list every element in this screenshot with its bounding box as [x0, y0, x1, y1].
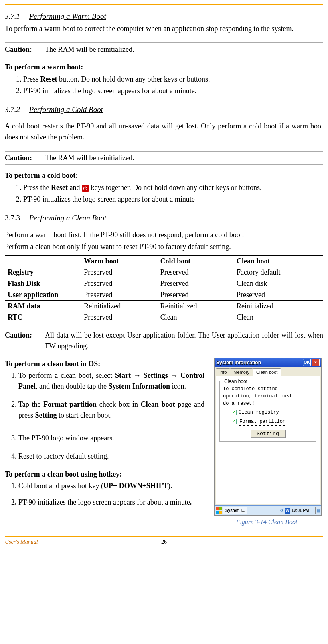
taskbar: System I... ⟳ W 12:01 PM 1 ▦ [215, 505, 321, 515]
sec-title: Performing a Clean Boot [29, 214, 107, 222]
warm-boot-steps: Press Reset button. Do not hold down any… [5, 73, 323, 97]
clean-hotkey-head: To perform a clean boot using hotkey: [5, 469, 204, 480]
sec-num: 3.7.2 [5, 105, 20, 114]
checkbox-label: Clean registry [239, 409, 279, 416]
caution-text: The RAM will be reinitialized. [45, 153, 323, 163]
warm-boot-procedure-head: To perform a warm boot: [5, 62, 323, 73]
ok-button[interactable]: OK [303, 359, 311, 366]
caution-clean-boot: Caution: All data will be lost except Us… [5, 328, 323, 353]
caution-text: All data will be lost except User applic… [45, 330, 323, 352]
clean-hk-step-1: Cold boot and press hot key (UP+ DOWN+SH… [18, 481, 204, 491]
table-row: Warm boot Cold boot Clean boot [5, 255, 323, 267]
sec-title: Performing a Warm Boot [29, 12, 106, 20]
group-label: Clean boot [223, 378, 249, 385]
section-heading-cold-boot: 3.7.2 Performing a Cold Boot [5, 104, 323, 116]
checkbox-label: Format partition [239, 418, 286, 426]
checkbox-clean-registry[interactable]: ✓ Clean registry [231, 409, 313, 416]
caution-text: The RAM will be reinitialized. [45, 44, 323, 55]
window-title: System Information [216, 359, 302, 366]
cold-boot-steps: Press the Reset and ⏻ keys together. Do … [5, 182, 323, 205]
boot-comparison-table: Warm boot Cold boot Clean boot Registry … [5, 255, 323, 323]
tab-memory[interactable]: Memory [230, 368, 253, 376]
tray-icon[interactable]: ⟳ [280, 507, 283, 514]
cold-boot-procedure-head: To perform a cold boot: [5, 170, 323, 181]
msg-line: To complete setting [223, 385, 313, 393]
table-row: RTC Preserved Clean Clean [5, 312, 323, 323]
section-heading-warm-boot: 3.7.1 Performing a Warm Boot [5, 11, 323, 22]
clean-boot-group: Clean boot To complete setting operation… [219, 381, 316, 442]
tab-panel-clean-boot: Clean boot To complete setting operation… [216, 376, 320, 504]
caution-label: Caution: [5, 153, 45, 163]
clock: 12:01 PM [292, 507, 309, 514]
cold-boot-intro: A cold boot restarts the PT-90 and all u… [5, 121, 323, 143]
footer-left: User's Manual [5, 538, 38, 546]
clean-os-step-4: Reset to factory default setting. [18, 451, 204, 462]
msg-line: do a reset! [223, 400, 313, 407]
tray-badge: 1 [310, 507, 316, 514]
clean-os-step-1: To perform a clean boot, select Start → … [18, 370, 204, 392]
sec-num: 3.7.1 [5, 12, 20, 20]
warm-step-2: PT-90 initializes the logo screen appear… [23, 85, 323, 97]
figure-caption: Figure 3-14 Clean Boot [210, 517, 323, 527]
power-icon: ⏻ [82, 185, 89, 192]
warm-step-1: Press Reset button. Do not hold down any… [23, 73, 323, 85]
page-footer: User's Manual 26 [0, 538, 328, 548]
tab-info[interactable]: Info [216, 368, 230, 376]
warm-boot-intro: To perform a warm boot to correct the co… [5, 23, 323, 34]
system-information-window: System Information OK × Info Memory Clea… [214, 358, 322, 516]
clean-os-step-2: Tap the Format partition check box in Cl… [18, 399, 204, 421]
msg-line: operation, terminal must [223, 393, 313, 400]
clean-boot-intro1: Perform a warm boot first. If the PT-90 … [5, 230, 323, 240]
table-row: Flash Disk Preserved Preserved Clean dis… [5, 278, 323, 289]
table-row: RAM data Reinitialized Reinitialized Rei… [5, 300, 323, 312]
sec-num: 3.7.3 [5, 214, 20, 222]
clean-boot-intro2: Perform a clean boot only if you want to… [5, 241, 323, 252]
section-heading-clean-boot: 3.7.3 Performing a Clean Boot [5, 212, 323, 224]
caution-label: Caution: [5, 330, 45, 352]
start-icon[interactable] [215, 507, 222, 514]
close-button[interactable]: × [312, 359, 320, 366]
check-icon: ✓ [231, 419, 237, 424]
tray-icon[interactable]: ▦ [317, 507, 320, 514]
top-rule [5, 4, 323, 5]
word-icon[interactable]: W [285, 508, 290, 514]
caution-label: Caution: [5, 44, 45, 55]
tab-clean-boot[interactable]: Clean boot [253, 368, 281, 376]
caution-cold-boot: Caution: The RAM will be reinitialized. [5, 151, 323, 165]
clean-hotkey-steps: Cold boot and press hot key (UP+ DOWN+SH… [5, 481, 204, 508]
checkbox-format-partition[interactable]: ✓ Format partition [231, 418, 313, 426]
clean-os-head: To perform a clean boot in OS: [5, 359, 204, 369]
clean-hk-step-2: PT-90 initializes the logo screen appear… [18, 497, 204, 508]
clean-os-steps: To perform a clean boot, select Start → … [5, 370, 204, 462]
clean-os-step-3: The PT-90 logo window appears. [18, 433, 204, 444]
footer-rule [5, 536, 323, 537]
setting-button[interactable]: Setting [250, 430, 286, 438]
window-titlebar: System Information OK × [215, 358, 321, 367]
sec-title: Performing a Cold Boot [29, 105, 103, 114]
page-number: 26 [161, 538, 167, 546]
check-icon: ✓ [231, 410, 237, 415]
caution-warm-boot: Caution: The RAM will be reinitialized. [5, 42, 323, 56]
table-row: Registry Preserved Preserved Factory def… [5, 267, 323, 278]
cold-step-1: Press the Reset and ⏻ keys together. Do … [23, 182, 323, 194]
tabs: Info Memory Clean boot [215, 367, 321, 376]
table-row: User application Preserved Preserved Pre… [5, 289, 323, 300]
cold-step-2: PT-90 initializes the logo screen appear… [23, 194, 323, 205]
tray: ⟳ W 12:01 PM 1 ▦ [280, 507, 320, 514]
taskbar-app[interactable]: System I... [223, 507, 247, 514]
